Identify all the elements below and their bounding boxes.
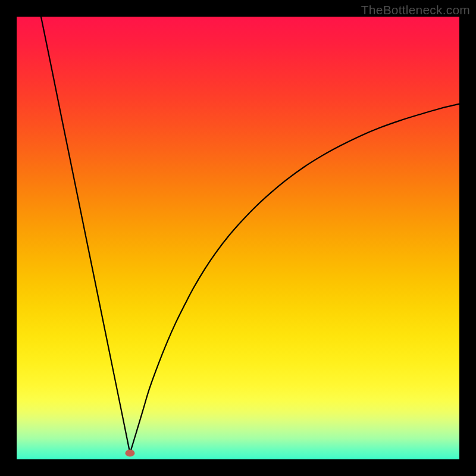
minimum-marker	[125, 450, 134, 457]
bottleneck-curve-left	[41, 17, 130, 453]
watermark-text: TheBottleneck.com	[361, 3, 470, 17]
chart-svg	[17, 17, 459, 459]
chart-area	[17, 17, 459, 459]
bottleneck-curve-right	[130, 104, 459, 453]
